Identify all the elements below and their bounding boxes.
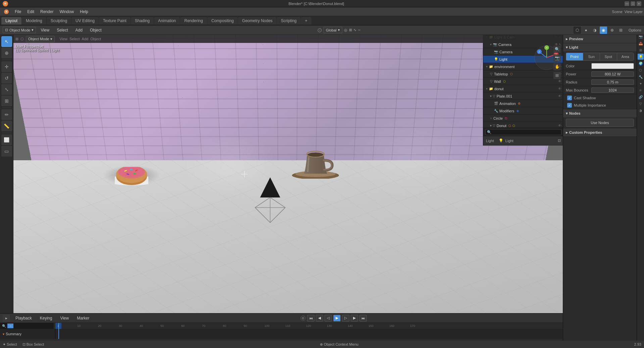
move-tool[interactable]: ✛ (1, 61, 12, 72)
tab-animation[interactable]: Animation (154, 17, 180, 24)
view-label[interactable]: View (59, 37, 67, 41)
close-button[interactable]: × (637, 1, 641, 6)
prop-icon-view-layer[interactable]: ⊞ (638, 47, 644, 53)
object-animation[interactable]: 🎬 Animation ⚙ (483, 100, 563, 107)
tab-sculpting[interactable]: Sculpting (47, 17, 71, 24)
view-menu[interactable]: View (38, 27, 52, 33)
scale-tool[interactable]: ⤡ (1, 84, 12, 95)
prop-expand-icon[interactable]: ⊡ (558, 138, 561, 143)
hand-icon[interactable]: ✋ (553, 63, 561, 70)
eye-icon-8[interactable]: 👁 (558, 94, 561, 98)
object-label[interactable]: Object (90, 37, 101, 41)
mode-dropdown[interactable]: Object Mode ▾ (26, 36, 55, 42)
prop-icon-modifiers[interactable]: 🔧 (638, 74, 644, 80)
transform-tool[interactable]: ⊞ (1, 96, 12, 106)
frame-jump-btn[interactable]: → (7, 324, 13, 328)
mode-selector[interactable]: ⊡ Object Mode ▾ (3, 27, 36, 33)
summary-arrow[interactable]: ▾ (3, 332, 4, 336)
menu-edit[interactable]: Edit (24, 9, 37, 15)
prop-icon-constraints[interactable]: 🔗 (638, 94, 644, 100)
object-circle[interactable]: ○ Circle ⊡ (483, 115, 563, 122)
light-section-header[interactable]: ▾ Light (563, 43, 637, 51)
solid-icon[interactable]: ● (582, 26, 590, 34)
object-tabletop[interactable]: ▽ Tabletop ⬡ 👁 (483, 70, 563, 78)
tab-texture-paint[interactable]: Texture Paint (99, 17, 131, 24)
menu-blender[interactable]: B (1, 9, 11, 15)
tab-compositing[interactable]: Compositing (207, 17, 238, 24)
prop-icon-physics[interactable]: ⚛ (638, 87, 644, 93)
radius-value[interactable]: 0.75 m (591, 79, 634, 85)
timeline-track[interactable]: 1 10 20 30 40 50 60 70 80 90 100 110 120… (0, 323, 644, 339)
menu-render[interactable]: Render (38, 9, 56, 15)
3d-viewport[interactable]: ⊞ ⬡ Object Mode ▾ View Select Add Object… (13, 35, 563, 313)
annotate-tool[interactable]: ✏ (1, 109, 12, 120)
custom-props-header[interactable]: ▸ Custom Properties (563, 128, 637, 136)
object-modifiers[interactable]: 🔧 Modifiers ⊕ (483, 107, 563, 115)
object-plate[interactable]: ▾ ▽ Plate.001 👁 (483, 93, 563, 100)
stop-button[interactable]: ⊙ (300, 315, 306, 321)
keying-menu[interactable]: Keying (37, 315, 55, 321)
camera-icon[interactable]: 📷 (553, 54, 561, 62)
maximize-button[interactable]: □ (631, 1, 635, 6)
outliner-search-input[interactable] (485, 129, 561, 135)
tab-rendering[interactable]: Rendering (180, 17, 207, 24)
add-cube-tool[interactable]: ⬜ (1, 134, 12, 145)
options-label[interactable]: Options (629, 28, 641, 32)
point-button[interactable]: Point (566, 53, 583, 60)
max-bounces-value[interactable]: 1024 (591, 88, 634, 93)
add-menu[interactable]: Add (73, 27, 85, 33)
object-donut[interactable]: ▾ ▽ Donut ⬡ ⬡ 👁 (483, 122, 563, 128)
eye-icon-6[interactable]: 👁 (558, 79, 561, 83)
prop-icon-particles[interactable]: ✦ (638, 80, 644, 86)
tab-scripting[interactable]: Scripting (277, 17, 301, 24)
jump-end-button[interactable]: ⏭ (359, 315, 367, 322)
area-button[interactable]: Area (617, 53, 634, 60)
menu-help[interactable]: Help (77, 9, 91, 15)
transform-global[interactable]: Global ▾ (324, 27, 342, 33)
zoom-icon[interactable]: 🔍 (553, 46, 561, 53)
collection-donut[interactable]: ▾ 📁 donut 👁 (483, 85, 563, 93)
next-frame-button[interactable]: ▶ (351, 315, 358, 322)
tab-layout[interactable]: Layout (1, 17, 21, 24)
jump-start-button[interactable]: ⏮ (307, 315, 314, 322)
prop-icon-object[interactable]: ⬡ (638, 67, 644, 73)
marker-menu[interactable]: Marker (74, 315, 92, 321)
prev-frame-button[interactable]: ◀ (316, 315, 323, 322)
tab-geometry-nodes[interactable]: Geometry Nodes (238, 17, 277, 24)
preview-header[interactable]: ▸ Preview (563, 35, 637, 43)
use-nodes-button[interactable]: Use Nodes (566, 119, 634, 127)
prop-icon-data[interactable]: ▽ (638, 101, 644, 107)
object-wall[interactable]: ▽ Wall ⬡ 👁 (483, 78, 563, 85)
power-value[interactable]: 800.12 W (591, 71, 634, 77)
view-menu-tl[interactable]: View (57, 315, 71, 321)
object-menu[interactable]: Object (87, 27, 104, 33)
cursor-tool[interactable]: ⊕ (1, 48, 12, 58)
next-keyframe-button[interactable]: ▷ (342, 315, 349, 322)
material-icon[interactable]: ◑ (591, 26, 598, 34)
prop-icon-output[interactable]: 📤 (638, 40, 644, 46)
tab-uv-editing[interactable]: UV Editing (71, 17, 99, 24)
prop-icon-light[interactable]: 💡 (638, 54, 644, 60)
select-menu[interactable]: Select (54, 27, 70, 33)
multiple-importance-checkbox[interactable]: ✓ (567, 103, 572, 108)
prev-keyframe-button[interactable]: ◁ (325, 315, 332, 322)
spot-button[interactable]: Spot (600, 53, 617, 60)
add-label[interactable]: Add (82, 37, 89, 41)
rendered-icon[interactable]: ◉ (600, 26, 607, 34)
minimize-button[interactable]: — (625, 1, 629, 6)
tab-add[interactable]: + (301, 17, 311, 24)
cast-shadow-checkbox[interactable]: ✓ (567, 96, 572, 100)
select-tool[interactable]: ↖ (1, 36, 12, 47)
tab-shading[interactable]: Shading (131, 17, 154, 24)
rotate-tool[interactable]: ↺ (1, 73, 12, 83)
color-picker[interactable] (591, 63, 634, 69)
sun-button[interactable]: Sun (583, 53, 600, 60)
prop-icon-material[interactable]: ◑ (638, 107, 644, 113)
select-label[interactable]: Select (69, 37, 80, 41)
nodes-header[interactable]: ▾ Nodes (563, 109, 637, 117)
menu-window[interactable]: Window (57, 9, 77, 15)
play-button[interactable]: ▶ (333, 315, 341, 322)
grid-icon[interactable]: ⊞ (553, 72, 561, 79)
eye-icon-7[interactable]: 👁 (558, 87, 561, 91)
playback-menu[interactable]: Playback (13, 315, 35, 321)
